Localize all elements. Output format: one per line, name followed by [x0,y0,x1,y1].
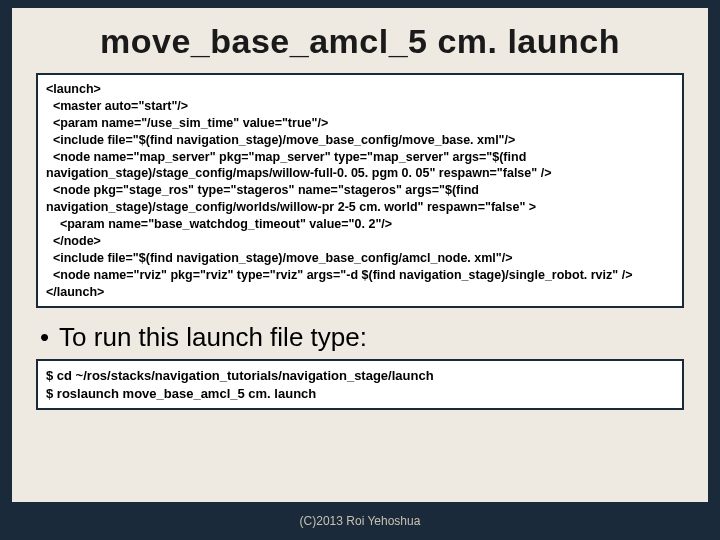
slide-body: move_base_amcl_5 cm. launch <launch> <ma… [12,8,708,502]
launch-file-code: <launch> <master auto="start"/> <param n… [36,73,684,308]
copyright-text: (C)2013 Roi Yehoshua [300,514,421,528]
bullet-row: • To run this launch file type: [36,322,684,353]
slide-title: move_base_amcl_5 cm. launch [36,22,684,61]
bullet-text: To run this launch file type: [59,322,367,353]
run-commands-code: $ cd ~/ros/stacks/navigation_tutorials/n… [36,359,684,410]
footer: (C)2013 Roi Yehoshua [0,502,720,540]
bullet-dot: • [40,322,49,353]
